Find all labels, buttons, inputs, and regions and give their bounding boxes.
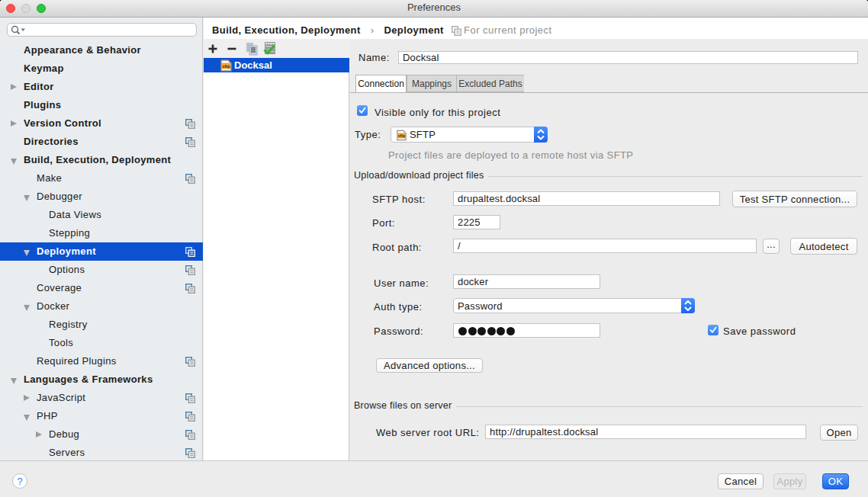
svg-text:sftp: sftp [398, 133, 406, 138]
svg-text:sftp: sftp [222, 64, 230, 69]
